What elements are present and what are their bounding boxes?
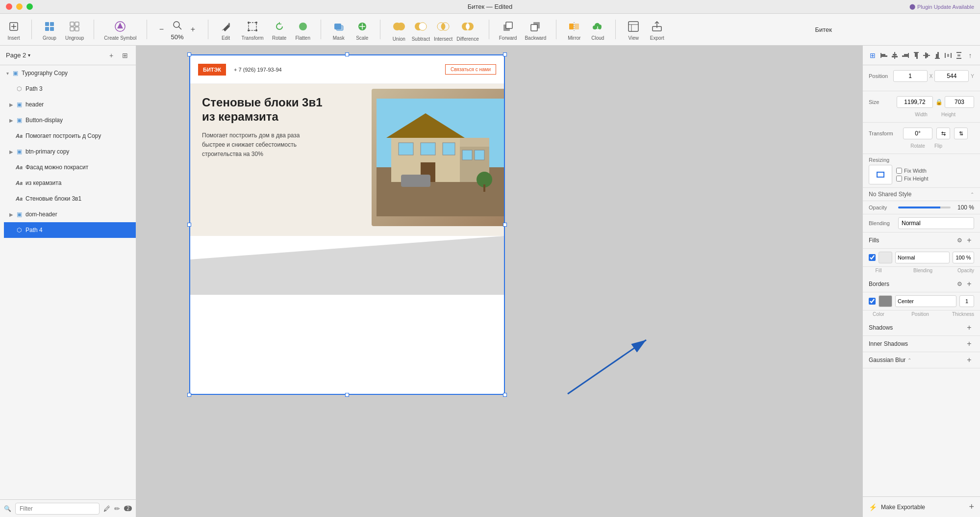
size-height-input[interactable] (945, 96, 974, 108)
lock-icon[interactable]: 🔒 (935, 98, 943, 106)
make-exportable-label: Make Exportable (881, 504, 969, 511)
group-button[interactable]: Group (42, 19, 57, 41)
fills-add-icon[interactable]: + (964, 235, 974, 245)
distribute-v-icon[interactable] (954, 50, 964, 61)
make-exportable-add-icon[interactable]: + (969, 502, 974, 512)
rotate-input[interactable] (903, 128, 932, 139)
layer-fasad[interactable]: Aa Фасад можно покрасит (4, 159, 136, 175)
forward-button[interactable]: Forward (499, 19, 517, 41)
contact-button[interactable]: Связаться с нами (445, 64, 496, 75)
layer-label: Typography Copy (22, 70, 68, 77)
border-enabled-checkbox[interactable] (869, 298, 876, 305)
difference-button[interactable]: Difference (456, 18, 478, 42)
zoom-display[interactable]: 50% (169, 19, 186, 41)
flatten-button[interactable]: Flatten (295, 19, 311, 41)
layer-button-display[interactable]: ▶ ▣ Button-display (4, 112, 136, 128)
maximize-button[interactable] (26, 3, 33, 10)
layer-label: header (25, 101, 44, 108)
blending-select[interactable]: Normal (898, 217, 974, 229)
borders-add-icon[interactable]: + (964, 279, 974, 289)
backward-button[interactable]: Backward (525, 19, 546, 41)
border-color-swatch[interactable] (879, 295, 892, 307)
panel-up-icon[interactable]: ↑ (964, 50, 976, 61)
create-symbol-button[interactable]: Create Symbol (104, 19, 136, 41)
panel-add-icon[interactable]: + (106, 51, 116, 60)
fill-enabled-checkbox[interactable] (869, 254, 876, 261)
shadows-add-icon[interactable]: + (964, 323, 974, 333)
plugin-update-notice[interactable]: ⬤ Plugin Update Available (909, 3, 974, 10)
fix-width-checkbox[interactable] (896, 168, 902, 174)
folder-icon: ▣ (15, 210, 24, 219)
layer-path-4[interactable]: ⬡ Path 4 (4, 222, 136, 238)
subtract-button[interactable]: Subtract (412, 18, 430, 42)
fill-color-swatch[interactable] (879, 252, 892, 263)
align-bottom-icon[interactable] (932, 50, 943, 61)
cloud-button[interactable]: Cloud (590, 19, 605, 41)
layer-typography-copy[interactable]: ▾ ▣ Typography Copy (0, 65, 136, 81)
inner-shadows-add-icon[interactable]: + (964, 339, 974, 349)
intersect-button[interactable]: Intersect (434, 18, 452, 42)
svg-rect-94 (957, 54, 960, 56)
size-width-input[interactable] (897, 96, 933, 108)
fills-gear-icon[interactable]: ⚙ (955, 235, 964, 245)
position-y-input[interactable] (934, 70, 969, 82)
svg-rect-81 (915, 53, 916, 57)
export-button[interactable]: Export (649, 19, 665, 41)
phone-text: + 7 (926) 197-93-94 (234, 67, 282, 73)
edit-layer-icon[interactable]: ✏ (114, 505, 120, 513)
align-center-v-icon[interactable] (922, 50, 932, 61)
ungroup-button[interactable]: Ungroup (65, 19, 84, 41)
flip-v-icon[interactable]: ⇅ (954, 128, 968, 139)
layer-path-3[interactable]: ⬡ Path 3 (4, 81, 136, 97)
flip-h-icon[interactable]: ⇆ (936, 128, 950, 139)
border-position-select[interactable]: Center Inside Outside (895, 295, 956, 307)
opacity-slider[interactable] (898, 207, 951, 208)
close-button[interactable] (6, 3, 12, 10)
union-button[interactable]: Union (390, 18, 408, 42)
layer-count-badge: 2 (124, 506, 132, 511)
transform-button[interactable]: Transform (242, 19, 264, 41)
resizing-box[interactable] (869, 165, 892, 184)
align-left-icon[interactable] (879, 50, 889, 61)
fix-height-checkbox[interactable] (896, 176, 902, 181)
page-selector[interactable]: Page 2 ▾ (6, 52, 30, 59)
group-label: Group (43, 35, 56, 41)
svg-marker-12 (117, 23, 123, 28)
fill-opacity-input[interactable] (953, 252, 974, 263)
backward-icon (528, 19, 543, 34)
border-thickness-input[interactable] (959, 295, 974, 307)
gaussian-add-icon[interactable]: + (964, 355, 974, 365)
inspector-toggle[interactable]: ⊞ (867, 50, 879, 61)
borders-gear-icon[interactable]: ⚙ (955, 279, 964, 289)
layer-dom-header[interactable]: ▶ ▣ dom-header (4, 207, 136, 222)
layer-iz-keramzita[interactable]: Aa из керамзита (4, 175, 136, 191)
size-label: Size (869, 99, 897, 105)
layer-stenovye[interactable]: Aa Стеновые блоки 3в1 (4, 191, 136, 207)
position-x-input[interactable] (893, 70, 928, 82)
layer-pomogaet[interactable]: Aa Помогает построить д Copy (4, 128, 136, 144)
panel-grid-icon[interactable]: ⊞ (120, 51, 130, 60)
distribute-h-icon[interactable] (943, 50, 954, 61)
align-center-h-icon[interactable] (889, 50, 900, 61)
zoom-in-button[interactable]: + (188, 25, 198, 34)
view-button[interactable]: View (626, 19, 641, 41)
insert-button[interactable]: Insert (6, 19, 22, 41)
mask-button[interactable]: Mask (331, 19, 347, 41)
add-layer-icon[interactable]: 🖉 (103, 505, 110, 513)
artboard-header: БИТЭК + 7 (926) 197-93-94 Связаться с на… (190, 55, 504, 84)
ungroup-icon (67, 19, 82, 34)
layer-header[interactable]: ▶ ▣ header (4, 97, 136, 112)
mirror-button[interactable]: Mirror (566, 19, 582, 41)
edit-button[interactable]: Edit (218, 19, 234, 41)
minimize-button[interactable] (16, 3, 23, 10)
canvas-area[interactable]: Перемещаем под слой с домом Заполняем се… (136, 46, 862, 517)
intersect-label: Intersect (434, 36, 452, 42)
filter-input[interactable] (15, 503, 100, 515)
zoom-out-button[interactable]: − (157, 25, 167, 34)
align-right-icon[interactable] (900, 50, 911, 61)
rotate-button[interactable]: Rotate (272, 19, 287, 41)
align-top-icon[interactable] (911, 50, 922, 61)
fill-blending-select[interactable]: Normal (895, 252, 950, 263)
layer-btn-primary-copy[interactable]: ▶ ▣ btn-primary copy (4, 144, 136, 159)
scale-button[interactable]: Scale (354, 19, 370, 41)
